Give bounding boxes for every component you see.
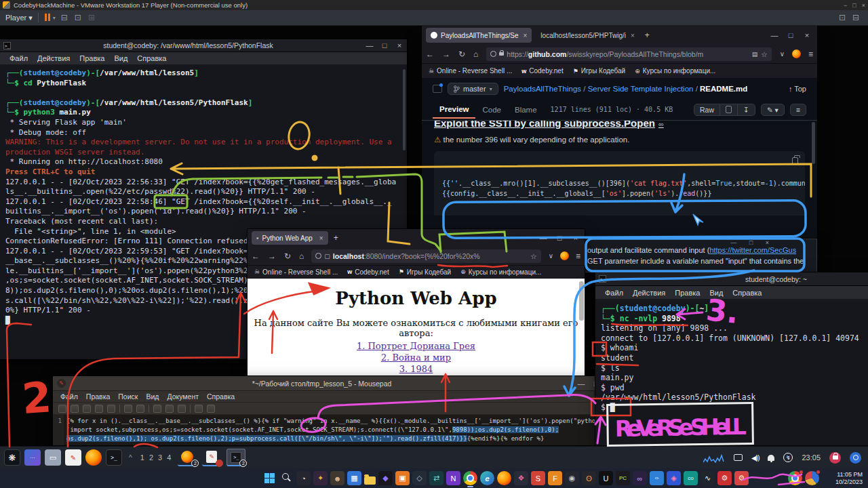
unreal-icon[interactable]: U xyxy=(599,471,613,485)
vmware-maximize-button[interactable]: □ xyxy=(852,2,856,9)
camtasia-icon[interactable]: co xyxy=(684,471,698,485)
anchor-link-icon[interactable]: ∞ xyxy=(658,121,664,128)
window-minimize-button[interactable]: — xyxy=(536,234,551,242)
tab-close-icon[interactable]: × xyxy=(631,32,635,39)
stretch-guest-icon[interactable]: ⊡ xyxy=(839,13,846,22)
close-file-icon[interactable] xyxy=(107,405,115,413)
virtualbox-icon[interactable]: ◇ xyxy=(412,471,427,485)
forward-icon[interactable]: → xyxy=(442,49,450,59)
terminal-close-button[interactable]: × xyxy=(392,41,407,49)
menu-item[interactable]: Действия xyxy=(629,289,669,297)
back-icon[interactable]: ← xyxy=(252,251,260,261)
notifications-bell-icon[interactable] xyxy=(768,455,774,461)
vscode-icon[interactable]: ‹› xyxy=(650,471,664,485)
back-icon[interactable]: ← xyxy=(426,49,434,59)
copy-raw-button[interactable] xyxy=(720,104,738,116)
shield-icon[interactable] xyxy=(490,51,496,57)
copy-icon[interactable] xyxy=(165,405,174,413)
edit-file-button[interactable]: ✎ ▾ xyxy=(761,104,785,116)
bookmark-item[interactable]: ⚑Игры Кодебай xyxy=(399,268,452,276)
wing-icon[interactable]: ∿ xyxy=(701,471,715,485)
search-icon[interactable] xyxy=(279,471,294,485)
desktop-launcher-icon[interactable]: ··· xyxy=(24,449,41,466)
mousepad-launcher-icon[interactable]: ✎ xyxy=(65,449,81,466)
visual-studio-icon[interactable]: ∞ xyxy=(633,471,647,485)
menu-item[interactable]: Файл xyxy=(5,54,32,62)
terminal-scrollbar[interactable] xyxy=(403,69,406,150)
window-maximize-button[interactable]: □ xyxy=(783,31,798,39)
paste-icon[interactable] xyxy=(178,405,186,413)
vmware-close-button[interactable]: × xyxy=(862,2,865,9)
tab-blame[interactable]: Blame xyxy=(508,102,544,118)
pin-icon[interactable]: ◈ xyxy=(667,471,681,485)
menu-item[interactable]: Вид xyxy=(705,289,727,297)
reader-view-icon[interactable]: ▤ xyxy=(752,51,758,58)
editor-content[interactable]: {% for x in ().__class__.__base__.__subc… xyxy=(64,415,603,445)
menu-item[interactable]: Правка xyxy=(75,54,108,62)
book-link[interactable]: 1. Портрет Дориана Грея xyxy=(248,340,585,352)
tab-preview[interactable]: Preview xyxy=(433,101,475,119)
vmware-icon[interactable]: ▣ xyxy=(395,471,410,485)
save-as-icon[interactable] xyxy=(95,405,103,413)
bookmark-item[interactable]: wCodeby.net xyxy=(521,67,563,75)
bookmark-item[interactable]: ☠Online - Reverse Shell ... xyxy=(429,67,512,75)
save-icon[interactable] xyxy=(83,405,91,413)
file-manager-icon[interactable]: ▭ xyxy=(45,449,61,466)
workspace-switcher[interactable]: 1 2 3 4 xyxy=(140,453,173,462)
sublime-icon[interactable]: S xyxy=(531,471,545,485)
pycharm-icon[interactable]: PC xyxy=(616,471,630,485)
tool-red-2-icon[interactable]: ⚙ xyxy=(734,471,749,485)
menu-item[interactable]: Поиск xyxy=(115,392,141,401)
codeby-logo-icon[interactable]: ❋ xyxy=(4,449,20,466)
calendar-icon[interactable]: ▦ xyxy=(347,471,361,485)
url-bar[interactable]: ▢ localhost:8080/index?book={%%20for%20x… xyxy=(311,249,540,263)
pocket-icon[interactable]: ∨ xyxy=(549,252,553,260)
terminal-minimize-button[interactable]: — xyxy=(362,41,377,49)
background-window-controls[interactable]: — □ × xyxy=(730,239,774,246)
reload-icon[interactable]: ↻ xyxy=(458,49,465,59)
menu-item[interactable]: Вид xyxy=(142,392,162,401)
menu-item[interactable]: Файл xyxy=(601,289,627,297)
window-close-button[interactable]: × xyxy=(800,31,814,39)
power-manager-icon[interactable]: ↯ xyxy=(783,453,793,462)
window-close-button[interactable]: × xyxy=(568,234,583,242)
forward-icon[interactable]: → xyxy=(268,251,276,261)
pocket-icon[interactable]: ∨ xyxy=(780,50,785,58)
page-scrollbar[interactable] xyxy=(579,281,584,321)
branch-selector-button[interactable]: master▾ xyxy=(448,83,498,95)
player-menu-button[interactable]: Player ▾ xyxy=(5,14,33,22)
bookmark-star-icon[interactable]: ☆ xyxy=(530,252,536,260)
chrome-tray-icon[interactable] xyxy=(788,471,802,485)
vmware-minimize-button[interactable]: − xyxy=(844,2,847,9)
home-icon[interactable]: ⌂ xyxy=(473,49,478,59)
menu-item[interactable]: Справка xyxy=(133,54,170,62)
home-icon[interactable]: ⌂ xyxy=(299,251,304,261)
mousepad-minimize-button[interactable]: — xyxy=(574,380,589,388)
explorer-icon[interactable] xyxy=(364,476,376,485)
menu-item[interactable]: Вид xyxy=(110,54,132,62)
exit-fullscreen-icon[interactable]: ⊟ xyxy=(852,13,859,22)
url-bar[interactable]: https://github.com/swisskyrepo/PayloadsA… xyxy=(486,47,771,61)
obsidian-icon[interactable]: ◆ xyxy=(378,471,393,485)
bookmark-item[interactable]: ☠Online - Reverse Shell ... xyxy=(254,268,338,276)
menu-item[interactable]: Правка xyxy=(671,289,704,297)
cut-icon[interactable] xyxy=(153,405,161,413)
show-desktop-icon[interactable]: ^ xyxy=(129,454,132,462)
window-maximize-button[interactable]: □ xyxy=(552,234,567,242)
slack-icon[interactable]: ✦ xyxy=(313,471,328,485)
chrome-icon[interactable] xyxy=(463,471,477,485)
menu-item[interactable]: Справка xyxy=(203,392,238,401)
search-replace-icon[interactable] xyxy=(207,405,215,413)
taskbar-firefox-window-button[interactable]: 2 xyxy=(178,449,197,466)
app-menu-icon[interactable]: ≡ xyxy=(808,49,813,59)
code-block-subprocess[interactable]: {{''.__class__.mro()[1].__subclasses__()… xyxy=(434,151,805,216)
fullscreen-icon[interactable]: ⊡ xyxy=(75,13,81,22)
copy-code-icon[interactable] xyxy=(792,157,798,165)
outline-button[interactable]: ≡ xyxy=(790,104,806,116)
bookmark-item[interactable]: ⚑Игры Кодебай xyxy=(573,67,626,75)
mousepad-editor[interactable]: 1 {% for x in ().__class__.__base__.__su… xyxy=(53,415,604,445)
tab-payloadsallthethings[interactable]: PayloadsAllTheThings/Se × xyxy=(426,28,532,43)
new-tab-button[interactable]: + xyxy=(334,233,338,243)
terminal-launcher-icon[interactable]: >_ xyxy=(106,449,122,466)
back-to-top-link[interactable]: ↑ Top xyxy=(789,85,806,93)
